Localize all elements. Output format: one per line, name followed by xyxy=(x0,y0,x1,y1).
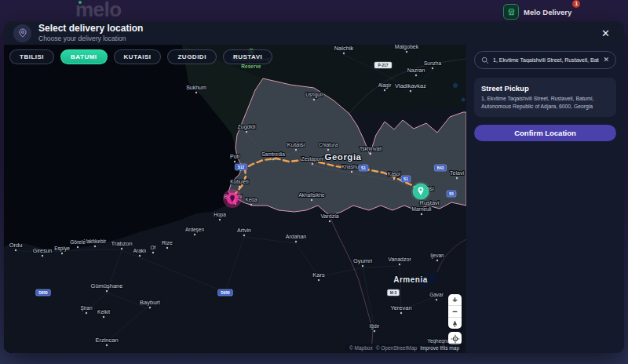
svg-text:Vanadzor: Vanadzor xyxy=(388,257,411,262)
svg-text:Trabzon: Trabzon xyxy=(111,240,132,247)
city-filter-chips: TBILISIBATUMIKUTAISIZUGDIDIRUSTAVI xyxy=(9,49,272,64)
page-subtitle: Choose your delivery location xyxy=(38,35,143,42)
svg-text:Armenia: Armenia xyxy=(393,275,428,284)
location-pin-icon xyxy=(13,24,31,42)
clear-search-icon[interactable]: ✕ xyxy=(603,56,609,64)
map-zoom-controls: + − xyxy=(448,294,462,329)
svg-text:Poti: Poti xyxy=(230,154,240,159)
store-icon xyxy=(503,4,519,20)
svg-text:Tskhinvali: Tskhinvali xyxy=(360,146,382,151)
svg-text:Gyumri: Gyumri xyxy=(353,257,373,264)
map[interactable]: NalchikMalgobekSunzhaNazranAlagirVladika… xyxy=(4,45,466,353)
svg-text:Iğdır: Iğdır xyxy=(369,323,380,329)
svg-text:Ardeşen: Ardeşen xyxy=(185,227,205,233)
notification-badge: 1 xyxy=(572,0,580,8)
svg-text:Ordu: Ordu xyxy=(9,242,23,249)
zoom-out-button[interactable]: − xyxy=(448,305,462,317)
city-chip-batumi[interactable]: BATUMI xyxy=(60,49,108,64)
city-chip-zugdidi[interactable]: ZUGDIDI xyxy=(167,49,216,64)
svg-text:Zugdidi: Zugdidi xyxy=(238,124,256,130)
svg-text:Ijevan: Ijevan xyxy=(430,253,444,259)
svg-text:Kutaisi: Kutaisi xyxy=(287,141,305,148)
search-icon xyxy=(481,56,489,64)
pickup-card[interactable]: Street Pickup 1, Ekvtime Taqaishvili Str… xyxy=(474,78,616,117)
search-value[interactable]: 1, Ekvtime Taqaishvili Street, Rustaveli… xyxy=(493,57,599,63)
logo-text: melo xyxy=(75,0,122,21)
svg-text:Ardahan: Ardahan xyxy=(286,234,307,239)
svg-text:Görele: Görele xyxy=(70,239,86,245)
svg-text:Kars: Kars xyxy=(312,271,325,278)
svg-text:Artvin: Artvin xyxy=(237,228,251,233)
svg-text:Ushguli: Ushguli xyxy=(305,92,323,98)
svg-text:Vladikavkaz: Vladikavkaz xyxy=(395,82,426,89)
city-chip-kutaisi[interactable]: KUTAISI xyxy=(114,49,162,64)
svg-text:Nazran: Nazran xyxy=(407,67,425,73)
svg-text:Bayburt: Bayburt xyxy=(140,299,161,306)
svg-text:Keda: Keda xyxy=(245,197,257,202)
svg-text:Kobuleti: Kobuleti xyxy=(230,179,249,184)
attribution-mapbox[interactable]: © Mapbox xyxy=(349,345,373,351)
svg-text:Alagir: Alagir xyxy=(378,82,392,89)
svg-text:Malgobek: Malgobek xyxy=(395,45,419,50)
attribution-improve-link[interactable]: Improve this map xyxy=(420,345,459,351)
topbar: melo Melo Delivery 1 Business Account xyxy=(0,0,628,21)
svg-text:Telavi: Telavi xyxy=(450,170,464,176)
svg-text:Şiran: Şiran xyxy=(80,305,93,311)
svg-text:Rize: Rize xyxy=(162,240,173,246)
svg-text:Erzincan: Erzincan xyxy=(95,337,118,344)
svg-text:Vardzia: Vardzia xyxy=(320,213,338,219)
svg-text:Vakfıkebir: Vakfıkebir xyxy=(84,238,107,244)
attribution-osm[interactable]: © OpenStreetMap xyxy=(376,345,417,351)
svg-text:D950: D950 xyxy=(221,291,230,295)
svg-text:S1: S1 xyxy=(403,177,408,181)
svg-text:S12: S12 xyxy=(238,166,245,169)
svg-text:S1: S1 xyxy=(361,166,366,170)
destination-marker[interactable] xyxy=(411,182,431,202)
svg-text:Sukhum: Sukhum xyxy=(186,85,206,90)
svg-text:D850: D850 xyxy=(38,291,48,295)
melo-logo: melo xyxy=(75,0,122,22)
map-attribution: © Mapbox © OpenStreetMap Improve this ma… xyxy=(345,344,464,351)
svg-text:Hopa: Hopa xyxy=(214,212,226,218)
logo-leaf-icon xyxy=(78,1,82,4)
pickup-card-title: Street Pickup xyxy=(481,84,609,93)
svg-text:Gümüşhane: Gümüşhane xyxy=(91,282,123,289)
svg-text:Sunzha: Sunzha xyxy=(424,60,441,66)
location-panel: 1, Ekvtime Taqaishvili Street, Rustaveli… xyxy=(466,45,624,353)
svg-text:B43: B43 xyxy=(437,166,444,170)
svg-text:Of: Of xyxy=(151,245,156,250)
svg-text:P-217: P-217 xyxy=(378,64,389,67)
svg-text:Giresun: Giresun xyxy=(33,248,53,253)
city-chip-tbilisi[interactable]: TBILISI xyxy=(9,49,54,64)
svg-text:Georgia: Georgia xyxy=(325,152,362,162)
page-title: Select delivery location xyxy=(38,24,143,35)
modal-body: NalchikMalgobekSunzhaNazranAlagirVladika… xyxy=(4,45,624,353)
svg-text:Nalchik: Nalchik xyxy=(334,45,354,52)
lake xyxy=(462,98,466,102)
modal-heading: Select delivery location Choose your del… xyxy=(38,24,143,43)
svg-text:S5: S5 xyxy=(449,192,454,196)
zoom-in-button[interactable]: + xyxy=(448,294,462,305)
svg-text:Espiye: Espiye xyxy=(54,246,70,252)
search-input[interactable]: 1, Ekvtime Taqaishvili Street, Rustaveli… xyxy=(474,51,616,69)
svg-text:Yerevan: Yerevan xyxy=(390,304,411,311)
svg-text:Samtredia: Samtredia xyxy=(261,151,285,157)
svg-text:M-3: M-3 xyxy=(390,291,397,295)
pickup-marker[interactable] xyxy=(223,189,242,208)
svg-text:Reserve: Reserve xyxy=(241,64,261,69)
confirm-location-button[interactable]: Confirm Location xyxy=(474,125,616,141)
svg-text:Kaspi: Kaspi xyxy=(388,171,400,177)
close-icon[interactable]: ✕ xyxy=(597,26,615,41)
svg-text:Akhaltsikhe: Akhaltsikhe xyxy=(298,192,325,198)
city-chip-rustavi[interactable]: RUSTAVI xyxy=(223,49,272,64)
map-canvas[interactable]: NalchikMalgobekSunzhaNazranAlagirVladika… xyxy=(4,45,466,353)
svg-text:Kelkit: Kelkit xyxy=(97,309,110,315)
compass-button[interactable] xyxy=(448,317,462,329)
account-name: Melo Delivery xyxy=(524,8,571,16)
svg-text:Gavar: Gavar xyxy=(429,292,444,297)
modal-header: Select delivery location Choose your del… xyxy=(4,21,624,45)
delivery-location-modal: Select delivery location Choose your del… xyxy=(4,21,624,353)
svg-text:Marneuli: Marneuli xyxy=(412,206,432,212)
svg-text:Chiatura: Chiatura xyxy=(319,142,338,147)
svg-text:Araklı: Araklı xyxy=(133,248,147,253)
